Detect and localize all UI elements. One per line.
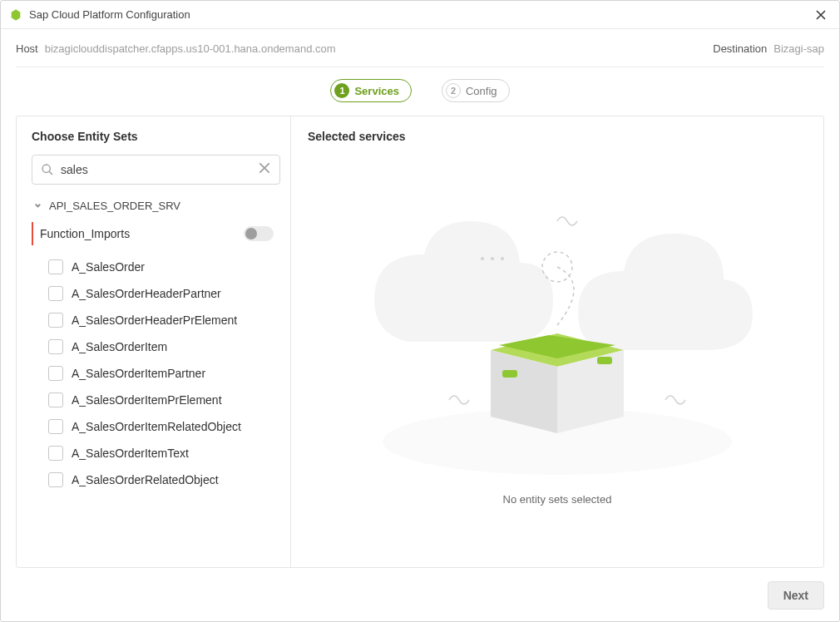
entity-label: A_SalesOrder [72,260,145,274]
entity-set-item[interactable]: A_SalesOrderItem [32,333,279,360]
entity-label: A_SalesOrderItemPartner [72,367,205,380]
step-1-number: 1 [334,83,349,98]
entity-set-item[interactable]: A_SalesOrderRelatedObject [32,466,279,493]
selected-services-pane: Selected services [291,116,823,567]
entity-set-item[interactable]: A_SalesOrder [32,254,279,280]
host-label: Host [16,42,38,55]
entity-checkbox[interactable] [48,392,63,407]
svg-point-0 [42,165,50,172]
host-value: bizagiclouddispatcher.cfapps.us10-001.ha… [45,42,336,55]
svg-rect-7 [502,370,517,378]
chevron-down-icon [33,200,42,212]
empty-state: No entity sets selected [308,143,807,554]
tree-root-label: API_SALES_ORDER_SRV [49,200,180,212]
entity-checkbox[interactable] [48,259,63,274]
entity-checkbox[interactable] [48,313,63,328]
entity-set-item[interactable]: A_SalesOrderItemText [32,440,279,466]
entity-label: A_SalesOrderItem [72,340,167,353]
entity-checkbox[interactable] [48,446,63,461]
step-services[interactable]: 1 Services [330,79,412,102]
entity-set-item[interactable]: A_SalesOrderHeaderPrElement [32,307,279,333]
svg-point-9 [481,257,484,260]
destination-label: Destination [713,42,767,55]
entity-label: A_SalesOrderRelatedObject [72,473,219,486]
empty-box-illustration [358,192,757,475]
step-2-label: Config [466,85,497,97]
step-1-label: Services [354,85,399,97]
svg-rect-8 [597,357,612,364]
main-panel: Choose Entity Sets API_SALES_ORDER_SRV [16,116,824,568]
function-imports-label: Function_Imports [40,227,244,240]
entity-checkbox[interactable] [48,472,63,487]
entity-checkbox[interactable] [48,419,63,434]
entity-checkbox[interactable] [48,286,63,301]
search-icon [41,163,54,176]
app-logo-icon [9,8,22,22]
svg-point-10 [491,257,494,260]
step-2-number: 2 [446,83,461,98]
clear-search-button[interactable] [258,161,271,178]
close-button[interactable] [811,5,831,25]
entity-label: A_SalesOrderItemRelatedObject [72,420,241,433]
titlebar: Sap Cloud Platform Configuration [1,1,839,29]
empty-state-message: No entity sets selected [503,493,612,506]
tree-root-item[interactable]: API_SALES_ORDER_SRV [32,195,279,217]
entity-sets-pane: Choose Entity Sets API_SALES_ORDER_SRV [17,116,291,567]
svg-point-11 [501,257,504,260]
next-button[interactable]: Next [768,581,824,610]
footer: Next [16,568,824,610]
entity-set-item[interactable]: A_SalesOrderItemPrElement [32,387,279,413]
search-box[interactable] [32,155,280,185]
entity-label: A_SalesOrderHeaderPartner [72,287,221,300]
entity-label: A_SalesOrderItemText [72,447,189,460]
entity-set-item[interactable]: A_SalesOrderHeaderPartner [32,280,279,307]
entity-label: A_SalesOrderItemPrElement [72,393,222,407]
entity-checkbox[interactable] [48,339,63,354]
destination-value: Bizagi-sap [773,42,824,55]
clear-icon [258,161,271,175]
choose-entity-sets-heading: Choose Entity Sets [32,130,280,143]
step-indicator: 1 Services 2 Config [16,67,824,114]
step-config[interactable]: 2 Config [442,79,510,102]
window-title: Sap Cloud Platform Configuration [29,8,811,21]
content-area: Host bizagiclouddispatcher.cfapps.us10-0… [1,29,839,621]
entity-set-item[interactable]: A_SalesOrderItemRelatedObject [32,413,279,440]
entity-tree[interactable]: API_SALES_ORDER_SRV Function_Imports A_S… [32,195,280,554]
entity-checkbox[interactable] [48,366,63,381]
entity-set-item[interactable]: A_SalesOrderItemPartner [32,360,279,387]
search-input[interactable] [61,163,251,176]
close-icon [815,9,827,21]
function-imports-row: Function_Imports [32,222,279,245]
entity-label: A_SalesOrderHeaderPrElement [72,313,237,327]
selected-services-heading: Selected services [308,130,807,143]
info-row: Host bizagiclouddispatcher.cfapps.us10-0… [16,42,824,67]
dialog-window: Sap Cloud Platform Configuration Host bi… [0,0,840,622]
function-imports-toggle[interactable] [244,226,274,241]
